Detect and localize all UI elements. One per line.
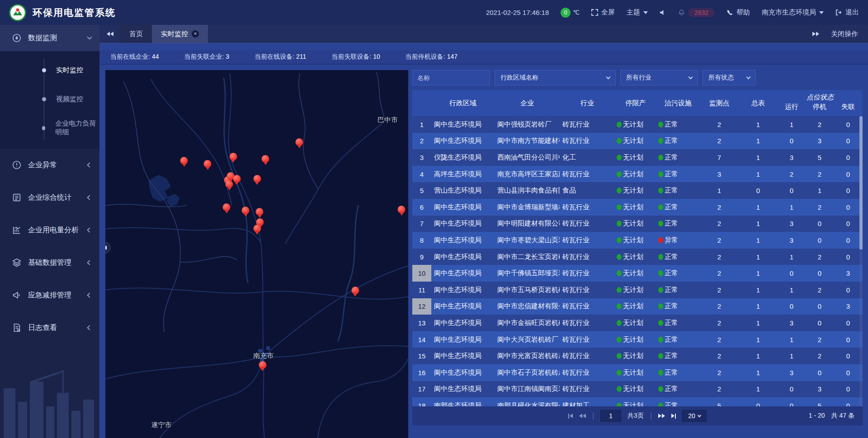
col-region: 行政区域	[431, 90, 495, 116]
cell-meters: 1	[739, 352, 778, 360]
table-row[interactable]: 14阆中生态环境局阆中大兴页岩机砖厂砖瓦行业无计划正常21120	[412, 331, 863, 348]
bell-icon	[678, 9, 685, 16]
last-page-button[interactable]	[671, 414, 676, 419]
close-tab-icon[interactable]: ×	[192, 30, 199, 38]
sidebar-item-0[interactable]: 数据监测	[0, 25, 99, 51]
cell-running: 2	[778, 170, 806, 178]
cell-stopped: 2	[806, 336, 834, 344]
cell-industry: 砖瓦行业	[560, 203, 615, 212]
page-size-select[interactable]: 20	[682, 410, 707, 422]
map-marker-icon[interactable]	[259, 361, 266, 369]
table-row[interactable]: 10阆中生态环境局阆中千佛镇五郎垭页岩砖瓦行业无计划正常21003	[412, 265, 863, 282]
map-marker-icon[interactable]	[223, 203, 231, 211]
map-marker-icon[interactable]	[253, 225, 261, 232]
map-marker-icon[interactable]	[351, 287, 359, 294]
status-dot-icon	[617, 171, 622, 177]
status-dot-icon	[617, 320, 622, 326]
tab-bar: 首页 实时监控 × 关闭操作	[99, 25, 868, 43]
map-marker-icon[interactable]	[204, 160, 212, 168]
sidebar-item-5[interactable]: 应急减排管理	[0, 279, 99, 311]
map-marker-icon[interactable]	[242, 207, 250, 214]
stat-item-3: 当前失联设备:10	[331, 53, 380, 61]
status-filter-select[interactable]: 所有状态	[703, 70, 756, 85]
sidebar-item-4[interactable]: 基础数据管理	[0, 246, 99, 279]
sidebar-subitem-2[interactable]: 企业电力负荷明细	[0, 113, 99, 142]
table-row[interactable]: 8阆中生态环境局阆中市枣碧大梁山页岩砖瓦行业无计划异常21300	[412, 232, 863, 249]
map-marker-icon[interactable]	[256, 208, 264, 216]
sidebar-item-6[interactable]: 日志查看	[0, 311, 99, 344]
notifications[interactable]: 2632	[678, 8, 715, 17]
cell-offline: 0	[834, 187, 863, 194]
table-row[interactable]: 16阆中生态环境局阆中市石子页岩机砖厂砖瓦行业无计划正常21300	[412, 364, 863, 381]
next-page-button[interactable]	[658, 414, 665, 418]
table-row[interactable]: 4高坪生态环境局南充市高坪区王家店建砖瓦行业无计划正常31220	[412, 166, 863, 183]
treatment-status-label: 正常	[665, 319, 678, 327]
map-marker-icon[interactable]	[229, 153, 237, 160]
map-marker-icon[interactable]	[253, 175, 261, 183]
table-row[interactable]: 1阆中生态环境局阆中强锐页岩砖厂砖瓦行业无计划正常21120	[412, 116, 863, 133]
map-city-label-1: 南充市	[253, 352, 274, 360]
close-operations-button[interactable]: 关闭操作	[831, 30, 858, 38]
table-row[interactable]: 7阆中生态环境局阆中明阳建材有限公司砖瓦行业无计划正常21300	[412, 216, 863, 232]
tabs-scroll-left-button[interactable]	[99, 25, 120, 43]
table-row[interactable]: 11阆中生态环境局阆中市五马桥页岩机砖砖瓦行业无计划正常21120	[412, 282, 863, 298]
map-marker-icon[interactable]	[233, 175, 241, 183]
sidebar-item-2[interactable]: 企业综合统计	[0, 181, 99, 214]
logout-icon	[835, 9, 842, 16]
chevron-left-icon	[87, 292, 92, 297]
tab-home[interactable]: 首页	[120, 25, 152, 43]
table-row[interactable]: 12阆中生态环境局阆中市忠信建材有限公砖瓦行业无计划正常21003	[412, 298, 863, 315]
status-dot-icon	[617, 138, 622, 144]
row-number: 11	[412, 282, 431, 298]
help-button[interactable]: 帮助	[726, 8, 750, 17]
stat-label: 当前停机设备:	[406, 53, 445, 60]
sidebar-subitem-1[interactable]: 视频监控	[0, 85, 99, 113]
table-header: 行政区域 企业 行业 停限产 治污设施 监测点 总表 点位状态 运行 停机 失联	[412, 90, 863, 116]
table-row[interactable]: 13阆中生态环境局阆中市金福旺页岩机砖砖瓦行业无计划正常21300	[412, 315, 863, 331]
cell-running: 0	[778, 302, 806, 310]
sidebar-item-3[interactable]: 企业用电量分析	[0, 214, 99, 246]
map-marker-icon[interactable]	[262, 155, 269, 163]
table-row[interactable]: 3仪陇生态环境局西南油气田分公司川中化工无计划正常71350	[412, 149, 863, 166]
map-marker-icon[interactable]	[398, 206, 406, 213]
cell-stopped: 0	[806, 302, 834, 310]
sidebar-subitem-0[interactable]: 实时监控	[0, 56, 99, 85]
cell-meters: 1	[739, 154, 778, 161]
table-row[interactable]: 15阆中生态环境局阆中市光富页岩机砖厂砖瓦行业无计划正常21120	[412, 348, 863, 364]
name-filter-input[interactable]	[412, 70, 490, 85]
table-row[interactable]: 2阆中生态环境局阆中市南方节能建材有砖瓦行业无计划正常21030	[412, 133, 863, 150]
row-number: 15	[412, 348, 431, 364]
mute-button[interactable]	[660, 9, 666, 16]
submenu-dot-icon	[42, 97, 46, 101]
industry-filter-select[interactable]: 所有行业	[620, 70, 698, 85]
map-marker-icon[interactable]	[180, 157, 188, 165]
table-row[interactable]: 18南部生态环境局南部县砚化水泥有限公建材加工无计划正常50050	[412, 397, 863, 406]
tab-realtime-monitoring[interactable]: 实时监控 ×	[152, 25, 208, 43]
table-scrollbar[interactable]	[859, 116, 863, 406]
cell-stopped: 0	[806, 319, 834, 327]
first-page-button[interactable]	[568, 414, 573, 419]
cell-points: 2	[700, 137, 739, 145]
map-marker-icon[interactable]	[296, 138, 303, 146]
map-panel[interactable]: 巴中市南充市遂宁市	[105, 70, 408, 438]
region-filter-select[interactable]: 行政区域名称	[495, 70, 616, 85]
table-row[interactable]: 17阆中生态环境局阆中市江南镇阆南页岩砖瓦行业无计划正常21030	[412, 381, 863, 398]
cell-region: 阆中生态环境局	[431, 302, 495, 311]
table-row[interactable]: 6阆中生态环境局阆中市金博瑞新型墙材砖瓦行业无计划正常21120	[412, 199, 863, 216]
theme-dropdown[interactable]: 主题	[627, 8, 648, 17]
status-dot-icon	[617, 370, 622, 376]
table-row[interactable]: 5营山生态环境局营山县润丰肉食品有限食品无计划正常10010	[412, 182, 863, 199]
fullscreen-button[interactable]: 全屏	[591, 8, 615, 17]
org-dropdown[interactable]: 南充市生态环境局	[762, 8, 824, 17]
cell-points: 2	[700, 369, 739, 377]
logout-button[interactable]: 退出	[835, 8, 859, 17]
cell-company: 阆中市光富页岩机砖厂	[495, 352, 560, 360]
status-dot-icon	[617, 303, 622, 309]
prev-page-button[interactable]	[579, 414, 586, 418]
table-row[interactable]: 9阆中生态环境局阆中市二龙长宝页岩砖砖瓦行业无计划正常21120	[412, 249, 863, 265]
chevrons-right-icon[interactable]	[812, 32, 819, 36]
sidebar-item-label: 数据监测	[28, 33, 57, 43]
sidebar-item-1[interactable]: 企业异常	[0, 149, 99, 181]
page-number-input[interactable]	[600, 410, 621, 422]
cell-company: 阆中市忠信建材有限公	[495, 302, 560, 311]
